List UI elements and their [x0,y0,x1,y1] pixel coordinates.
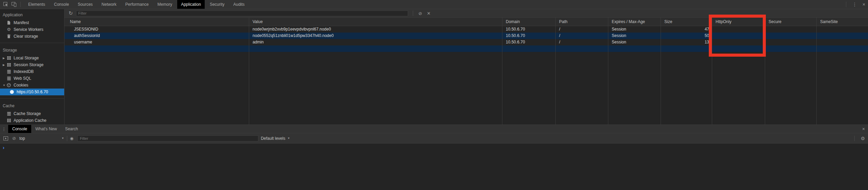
application-sidebar: Application Manifest ⚙ Service Workers [0,9,64,125]
httponly-cell[interactable] [712,33,765,39]
secure-cell[interactable] [765,33,816,39]
chevron-right-icon[interactable]: ▶ [2,63,6,66]
console-drawer: ⋮ Console What's New Search × ⊘ top ▼ ◉ [0,125,868,190]
inspect-element-icon[interactable] [3,2,8,7]
column-header-expires[interactable]: Expires / Max-Age [608,18,661,26]
samesite-cell[interactable] [817,39,868,45]
sidebar-item-session-storage[interactable]: ▶ Session Storage [0,61,64,68]
column-expires: Expires / Max-Age Session Session Sessio… [608,18,661,125]
tab-sources[interactable]: Sources [74,0,96,9]
domain-cell[interactable]: 10.50.6.70 [502,33,555,39]
delete-selected-icon[interactable]: ✕ [424,11,433,16]
tab-security[interactable]: Security [206,0,228,9]
value-cell[interactable]: admin [249,39,502,45]
expires-cell[interactable]: Session [608,26,661,33]
cookie-icon [6,83,11,87]
cookies-filter-input[interactable] [76,11,408,16]
secure-cell[interactable] [765,39,816,45]
chevron-right-icon[interactable]: ▶ [2,57,6,60]
samesite-cell[interactable] [817,26,868,33]
name-cell[interactable]: JSESSIONID [64,26,249,33]
drawer-tab-whats-new[interactable]: What's New [31,125,61,133]
value-cell[interactable]: node0552q51znbli01w1d5pw3347h40.node0 [249,33,502,39]
path-cell[interactable]: / [556,39,608,45]
table-columns: Name JSESSIONID authSessionId username V… [64,18,868,125]
console-sidebar-toggle-icon[interactable] [3,136,8,140]
domain-cell[interactable]: 10.50.6.70 [502,39,555,45]
tab-console[interactable]: Console [50,0,73,9]
expires-cell[interactable]: Session [608,33,661,39]
table-icon [6,56,11,60]
httponly-cell[interactable] [712,26,765,33]
expires-cell[interactable]: Session [608,39,661,45]
sidebar-item-local-storage[interactable]: ▶ Local Storage [0,55,64,61]
sidebar-item-label: Application Cache [14,118,47,123]
sidebar-item-label: Cache Storage [14,111,41,116]
toolbar-separator [854,136,855,141]
sidebar-item-cookies-origin[interactable]: https://10.50.6.70 [0,89,64,95]
size-cell[interactable]: 50 [661,33,712,39]
column-header-samesite[interactable]: SameSite [817,18,868,26]
console-output[interactable]: › [0,144,868,190]
path-cell[interactable]: / [556,26,608,33]
tab-elements[interactable]: Elements [24,0,49,9]
drawer-close-icon[interactable]: × [859,126,868,132]
live-expression-eye-icon[interactable]: ◉ [70,136,73,141]
refresh-icon[interactable]: ↻ [69,10,73,16]
clear-all-cookies-icon[interactable]: ⊘ [416,11,425,16]
chevron-down-icon[interactable]: ▼ [2,84,6,87]
sidebar-section-storage: Storage ▶ Local Storage ▶ [0,43,64,95]
tab-application[interactable]: Application [177,0,205,9]
secure-cell[interactable] [765,26,816,33]
console-prompt-chevron-icon[interactable]: › [3,145,4,150]
path-cell[interactable]: / [556,33,608,39]
sidebar-item-clear-storage[interactable]: Clear storage [0,33,64,40]
name-cell[interactable]: username [64,39,249,45]
more-options-icon[interactable]: ⋮ [850,2,860,7]
toolbar-separator [67,136,67,141]
sidebar-item-manifest[interactable]: Manifest [0,19,64,26]
console-filter-input[interactable] [77,135,258,141]
database-icon [6,112,11,116]
tab-network[interactable]: Network [98,0,120,9]
column-header-domain[interactable]: Domain [502,18,555,26]
clear-console-icon[interactable]: ⊘ [12,136,16,141]
column-header-name[interactable]: Name [64,18,249,26]
drawer-tab-console[interactable]: Console [8,125,31,133]
console-settings-gear-icon[interactable]: ⚙ [857,136,868,141]
size-cell[interactable]: 13 [661,39,712,45]
column-header-size[interactable]: Size [661,18,712,26]
sidebar-item-application-cache[interactable]: Application Cache [0,117,64,124]
column-header-httponly[interactable]: HttpOnly [712,18,765,26]
table-icon [6,119,11,122]
section-title: Cache [0,102,64,110]
tab-performance[interactable]: Performance [122,0,152,9]
sidebar-item-cache-storage[interactable]: Cache Storage [0,110,64,117]
tab-memory[interactable]: Memory [154,0,176,9]
column-header-value[interactable]: Value [249,18,502,26]
close-devtools-icon[interactable]: × [860,2,868,7]
database-icon [6,70,11,74]
device-toolbar-icon[interactable] [12,2,17,7]
chevron-down-icon: ▼ [287,137,290,140]
trash-icon [6,34,11,38]
tab-audits[interactable]: Audits [229,0,248,9]
column-header-path[interactable]: Path [556,18,608,26]
httponly-cell[interactable] [712,39,765,45]
sidebar-item-cookies[interactable]: ▼ Cookies [0,82,64,89]
value-cell[interactable]: node0wrjmb2xvb9p1eevpdvibvpnl67.node0 [249,26,502,33]
domain-cell[interactable]: 10.50.6.70 [502,26,555,33]
column-name: Name JSESSIONID authSessionId username [64,18,249,125]
size-cell[interactable]: 47 [661,26,712,33]
sidebar-item-web-sql[interactable]: Web SQL [0,75,64,82]
drawer-more-icon[interactable]: ⋮ [0,127,8,132]
sidebar-item-indexeddb[interactable]: IndexedDB [0,68,64,75]
column-header-secure[interactable]: Secure [765,18,816,26]
name-cell[interactable]: authSessionId [64,33,249,39]
cookies-pane: ↻ ⊘ ✕ Name JSESSIONID authSessionId user… [64,9,868,125]
drawer-tab-search[interactable]: Search [61,125,82,133]
execution-context-selector[interactable]: top ▼ [19,136,64,141]
sidebar-item-service-workers[interactable]: ⚙ Service Workers [0,26,64,33]
log-levels-dropdown[interactable]: Default levels ▼ [261,136,290,141]
samesite-cell[interactable] [817,33,868,39]
